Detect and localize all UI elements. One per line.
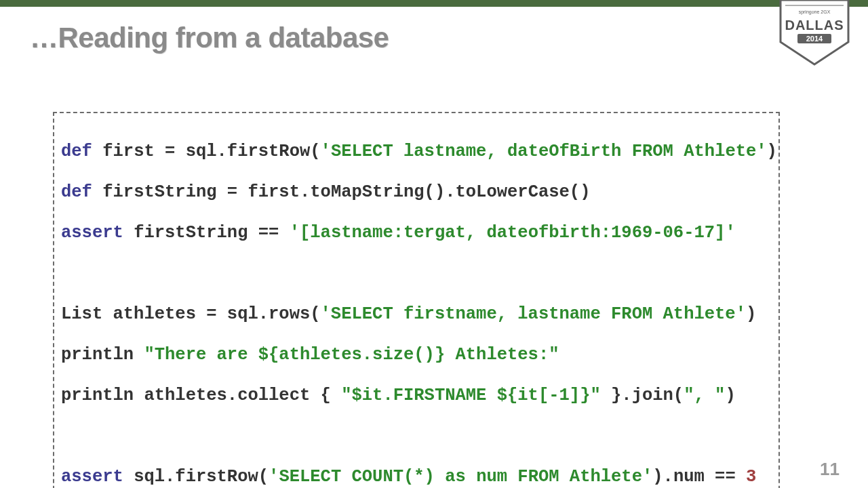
code-block: def first = sql.firstRow('SELECT lastnam…: [53, 112, 780, 488]
code-line-8: println athletes.collect { "$it.FIRSTNAM…: [61, 386, 773, 406]
code-line-1: def first = sql.firstRow('SELECT lastnam…: [61, 142, 773, 162]
page-number: 11: [820, 459, 840, 480]
slide-top-bar: [0, 0, 868, 7]
slide-title: …Reading from a database: [30, 22, 389, 54]
code-line-11: assert sql.firstRow('SELECT COUNT(*) as …: [61, 467, 773, 487]
code-line-3: assert firstString == '[lastname:tergat,…: [61, 223, 773, 243]
code-line-2: def firstString = first.toMapString().to…: [61, 182, 773, 203]
badge-main-text: DALLAS: [785, 18, 844, 33]
badge-top-text: springone 2GX: [799, 9, 831, 15]
code-line-6: List athletes = sql.rows('SELECT firstna…: [61, 304, 773, 325]
badge-year: 2014: [806, 35, 823, 43]
conference-badge: springone 2GX DALLAS 2014: [777, 0, 852, 61]
code-line-7: println "There are ${athletes.size()} At…: [61, 345, 773, 365]
